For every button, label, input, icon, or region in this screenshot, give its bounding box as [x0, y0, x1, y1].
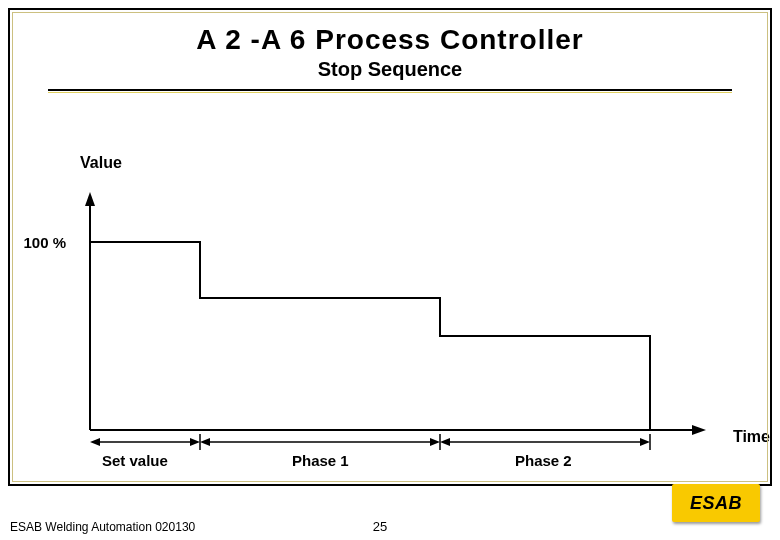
- slide-subtitle: Stop Sequence: [10, 58, 770, 81]
- y-tick-100: 100 %: [10, 234, 66, 251]
- svg-marker-9: [200, 438, 210, 446]
- svg-marker-6: [190, 438, 200, 446]
- svg-marker-13: [440, 438, 450, 446]
- label-phase1: Phase 1: [292, 452, 349, 469]
- svg-marker-5: [90, 438, 100, 446]
- step-chart-svg: [70, 160, 730, 460]
- x-axis-label: Time: [733, 428, 770, 446]
- label-phase2: Phase 2: [515, 452, 572, 469]
- logo-text: ESAB: [690, 493, 742, 514]
- svg-marker-3: [692, 425, 706, 435]
- slide-frame: A 2 -A 6 Process Controller Stop Sequenc…: [8, 8, 772, 486]
- label-set-value: Set value: [102, 452, 168, 469]
- svg-marker-1: [85, 192, 95, 206]
- slide-title: A 2 -A 6 Process Controller: [10, 24, 770, 56]
- esab-logo: ESAB: [672, 484, 760, 522]
- divider: [48, 89, 732, 93]
- svg-marker-14: [640, 438, 650, 446]
- chart-area: Value 100 % Time: [70, 160, 730, 460]
- svg-marker-10: [430, 438, 440, 446]
- page-number: 25: [0, 519, 760, 534]
